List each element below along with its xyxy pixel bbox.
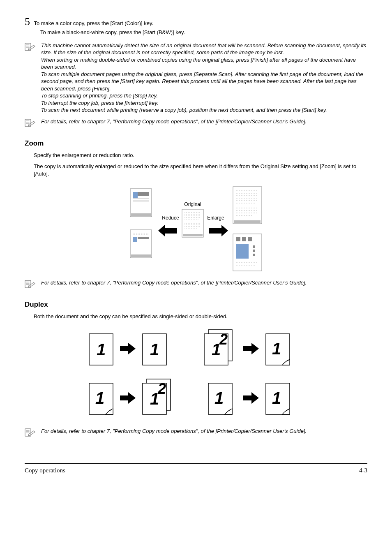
svg-text:1: 1 <box>97 340 106 358</box>
zoom-diagram: Reduce Original Enlarge <box>25 185 367 275</box>
note-icon <box>25 280 36 290</box>
note-block-2: For details, refer to chapter 7, "Perfor… <box>25 118 367 129</box>
svg-rect-44 <box>242 237 246 241</box>
zoom-p1: Specify the enlargement or reduction rat… <box>34 152 367 159</box>
step-text-1: To make a color copy, press the [Start (… <box>34 20 153 26</box>
note1-p2: When sorting or making double-sided or c… <box>41 56 367 71</box>
svg-rect-15 <box>138 237 149 239</box>
svg-rect-6 <box>133 192 138 198</box>
page-footer: Copy operations 4-3 <box>25 463 367 474</box>
note-block-4: For details, refer to chapter 7, "Perfor… <box>25 428 367 439</box>
step-5-line: 5 To make a color copy, press the [Start… <box>25 16 367 27</box>
note-block-3: For details, refer to chapter 7, "Perfor… <box>25 279 367 290</box>
step-number: 5 <box>25 16 30 27</box>
note1-p6: To scan the next document while printing… <box>41 106 367 114</box>
svg-rect-47 <box>253 245 255 248</box>
svg-marker-17 <box>158 225 177 236</box>
note-block-1: This machine cannot automatically detect… <box>25 42 367 114</box>
svg-text:1: 1 <box>150 340 159 358</box>
note-body-4: For details, refer to chapter 7, "Perfor… <box>41 428 367 435</box>
svg-text:1: 1 <box>272 389 281 407</box>
zoom-heading: Zoom <box>25 139 367 148</box>
footer-right: 4-3 <box>359 466 367 474</box>
note-icon <box>25 428 36 439</box>
note1-p1: This machine cannot automatically detect… <box>41 42 367 56</box>
svg-rect-28 <box>183 234 203 236</box>
duplex-heading: Duplex <box>25 300 367 310</box>
svg-rect-49 <box>253 254 255 256</box>
note-body-3: For details, refer to chapter 7, "Perfor… <box>41 279 367 287</box>
svg-rect-14 <box>133 237 137 242</box>
note-body-1: This machine cannot automatically detect… <box>41 42 367 114</box>
step-text-2: To make a black-and-white copy, press th… <box>40 29 367 36</box>
note1-p5: To interrupt the copy job, press the [In… <box>41 99 367 107</box>
note1-p3: To scan multiple document pages using th… <box>41 71 367 92</box>
svg-text:2: 2 <box>157 380 166 397</box>
zoom-reduce-label: Reduce <box>162 215 179 221</box>
svg-rect-10 <box>131 213 151 216</box>
note-icon <box>25 119 36 129</box>
svg-rect-30 <box>233 187 262 224</box>
svg-rect-16 <box>131 254 151 257</box>
note-icon <box>25 43 36 53</box>
svg-rect-46 <box>236 244 249 259</box>
zoom-p2: The copy is automatically enlarged or re… <box>34 163 367 177</box>
duplex-p1: Both the document and the copy can be sp… <box>34 313 367 320</box>
svg-rect-45 <box>248 237 252 241</box>
zoom-enlarge-label: Enlarge <box>207 215 224 221</box>
svg-text:1: 1 <box>214 389 224 407</box>
svg-rect-41 <box>234 220 261 223</box>
zoom-original-label: Original <box>184 201 201 207</box>
svg-rect-11 <box>130 230 152 258</box>
note1-p4: To stop scanning or printing, press the … <box>41 92 367 99</box>
svg-text:2: 2 <box>219 331 228 348</box>
svg-marker-29 <box>209 225 228 236</box>
svg-rect-48 <box>253 250 255 252</box>
svg-text:1: 1 <box>272 340 281 358</box>
svg-text:1: 1 <box>95 389 104 407</box>
footer-left: Copy operations <box>25 466 65 474</box>
duplex-diagram: 1 1 1 2 1 1 1 2 1 1 <box>25 326 367 424</box>
svg-rect-43 <box>236 237 240 241</box>
note-body-2: For details, refer to chapter 7, "Perfor… <box>41 118 367 125</box>
